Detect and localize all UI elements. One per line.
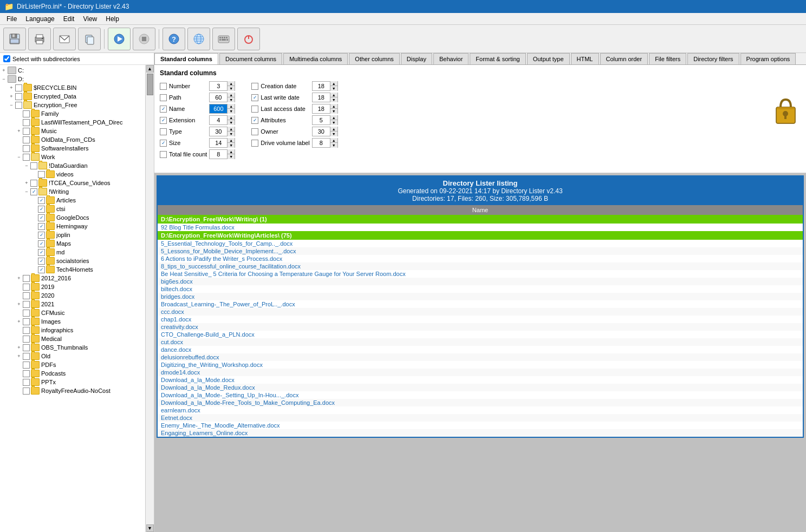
col-check-6[interactable]	[160, 151, 167, 158]
menu-file[interactable]: File	[2, 14, 21, 24]
col-spinner-3[interactable]: ▲ ▼	[209, 115, 235, 125]
tree-check-cfmusic[interactable]	[23, 310, 30, 317]
tree-expand-d[interactable]: −	[0, 76, 8, 82]
tree-item-encrypted_data[interactable]: +Encrypted_Data	[0, 92, 145, 101]
spinner-up-r-2[interactable]: ▲	[330, 104, 337, 109]
spinner-down-3[interactable]: ▼	[227, 120, 235, 125]
tree-expand-old[interactable]: +	[15, 353, 23, 359]
col-check-r-4[interactable]	[251, 128, 258, 135]
col-value-4[interactable]	[210, 127, 227, 136]
tree-check-infographics[interactable]	[23, 327, 30, 334]
col-spinner-btns-r-5[interactable]: ▲ ▼	[330, 138, 337, 148]
col-spinner-btns-4[interactable]: ▲ ▼	[227, 127, 235, 136]
menu-view[interactable]: View	[79, 14, 101, 24]
spinner-up-0[interactable]: ▲	[227, 81, 235, 86]
tab-format-sorting[interactable]: Format & sorting	[470, 53, 525, 64]
tree-scrollbar[interactable]: ▲ ▼	[145, 65, 154, 532]
tree-item-images[interactable]: +Images	[0, 317, 145, 326]
col-value-r-0[interactable]	[313, 82, 330, 90]
spinner-down-r-0[interactable]: ▼	[330, 86, 337, 91]
tab-multimedia-columns[interactable]: Multimedia columns	[283, 53, 348, 64]
col-check-5[interactable]: ✓	[160, 140, 167, 147]
tree-expand-encrypted_data[interactable]: +	[8, 94, 15, 99]
run-button[interactable]	[108, 28, 131, 50]
tab-standard-columns[interactable]: Standard columns	[154, 53, 218, 65]
tree-check-maps[interactable]: ✓	[38, 240, 45, 247]
spinner-down-1[interactable]: ▼	[227, 97, 235, 102]
tree-item-podcasts[interactable]: Podcasts	[0, 369, 145, 378]
spinner-down-r-2[interactable]: ▼	[330, 109, 337, 114]
col-check-r-2[interactable]	[251, 106, 258, 113]
col-spinner-4[interactable]: ▲ ▼	[209, 127, 235, 136]
col-spinner-6[interactable]: ▲ ▼	[209, 149, 235, 159]
col-spinner-r-5[interactable]: ▲ ▼	[312, 138, 338, 148]
col-spinner-r-4[interactable]: ▲ ▼	[312, 127, 338, 136]
tree-check-royaltyfree[interactable]	[23, 387, 30, 395]
tab-html[interactable]: HTML	[571, 53, 599, 64]
web-button[interactable]	[187, 28, 210, 50]
tree-check-md[interactable]: ✓	[38, 249, 45, 256]
scrollbar-thumb[interactable]	[147, 74, 153, 95]
tree-check-work[interactable]	[23, 154, 30, 161]
col-value-6[interactable]	[210, 150, 227, 159]
tree-expand-work[interactable]: −	[15, 154, 23, 160]
col-check-r-5[interactable]	[251, 140, 258, 147]
tree-item-articles[interactable]: ✓Articles	[0, 196, 145, 205]
spinner-down-0[interactable]: ▼	[227, 86, 235, 91]
col-spinner-btns-6[interactable]: ▲ ▼	[227, 149, 235, 159]
col-spinner-btns-2[interactable]: ▲ ▼	[227, 104, 235, 114]
col-spinner-btns-5[interactable]: ▲ ▼	[227, 138, 235, 148]
tree-item-maps[interactable]: ✓Maps	[0, 239, 145, 248]
tree-item-work[interactable]: −Work	[0, 153, 145, 161]
select-subdirs-checkbox[interactable]	[3, 55, 10, 62]
tree-item-joplin[interactable]: ✓joplin	[0, 231, 145, 239]
tree-item-old[interactable]: +Old	[0, 352, 145, 360]
col-spinner-btns-r-2[interactable]: ▲ ▼	[330, 104, 337, 114]
tree-item-writing[interactable]: −✓!Writing	[0, 187, 145, 196]
stop-button[interactable]	[133, 28, 155, 50]
tree-item-ctsi[interactable]: ✓ctsi	[0, 205, 145, 213]
spinner-up-2[interactable]: ▲	[227, 104, 235, 109]
power-button[interactable]	[237, 28, 260, 50]
scrollbar-down[interactable]: ▼	[146, 524, 154, 532]
tree-check-yr2012[interactable]	[23, 275, 30, 282]
tree-check-music[interactable]	[23, 128, 30, 135]
tab-display[interactable]: Display	[401, 53, 432, 64]
tree-item-yr2019[interactable]: 2019	[0, 283, 145, 291]
tree-check-socialstories[interactable]: ✓	[38, 258, 45, 265]
spinner-up-1[interactable]: ▲	[227, 93, 235, 97]
spinner-down-4[interactable]: ▼	[227, 132, 235, 136]
col-check-2[interactable]: ✓	[160, 106, 167, 113]
tree-check-recycle[interactable]	[15, 84, 22, 91]
tree-item-md[interactable]: ✓md	[0, 248, 145, 257]
tree-item-recycle[interactable]: +$RECYCLE.BIN	[0, 83, 145, 92]
tree-expand-writing[interactable]: −	[23, 189, 30, 194]
tree-expand-c[interactable]: +	[0, 68, 8, 73]
col-spinner-r-1[interactable]: ▲ ▼	[312, 93, 338, 102]
tree-item-lastwill[interactable]: LastWillTestament_POA_Direc	[0, 118, 145, 127]
tree-check-pdfs[interactable]	[23, 362, 30, 369]
tree-check-hemingway[interactable]: ✓	[38, 223, 45, 230]
tree-check-writing[interactable]: ✓	[30, 188, 37, 195]
col-spinner-btns-3[interactable]: ▲ ▼	[227, 115, 235, 125]
tree-check-medical[interactable]	[23, 336, 30, 343]
col-value-3[interactable]	[210, 116, 227, 124]
print-button[interactable]	[28, 28, 51, 50]
tree-item-softwareinstallers[interactable]: SoftwareInstallers	[0, 144, 145, 153]
spinner-down-r-5[interactable]: ▼	[330, 143, 337, 148]
tree-item-dataguardian[interactable]: −!DataGuardian	[0, 161, 145, 170]
save-button[interactable]	[3, 28, 26, 50]
tab-directory-filters[interactable]: Directory filters	[687, 53, 739, 64]
tree-check-encryption_free[interactable]	[15, 102, 22, 109]
tree-item-hemingway[interactable]: ✓Hemingway	[0, 222, 145, 231]
tree-item-infographics[interactable]: infographics	[0, 326, 145, 334]
spinner-down-2[interactable]: ▼	[227, 109, 235, 114]
spinner-up-r-1[interactable]: ▲	[330, 93, 337, 97]
tree-expand-yr2012[interactable]: +	[15, 275, 23, 281]
spinner-up-5[interactable]: ▲	[227, 138, 235, 143]
col-spinner-btns-r-4[interactable]: ▲ ▼	[330, 127, 337, 136]
tree-check-family[interactable]	[23, 110, 30, 117]
tab-file-filters[interactable]: File filters	[649, 53, 686, 64]
folder-tree[interactable]: +C:−D:+$RECYCLE.BIN+Encrypted_Data−Encry…	[0, 65, 145, 532]
col-value-1[interactable]	[210, 93, 227, 102]
